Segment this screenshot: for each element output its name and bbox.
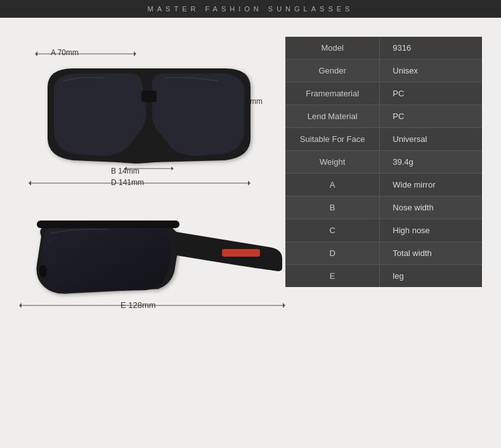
side-view: E 128mm [13,202,273,341]
spec-label: B [285,196,380,219]
specs-row: Model9316 [285,37,482,60]
spec-label: C [285,219,380,242]
site-header: MASTER FASHION SUNGLASSES [0,0,501,18]
dimension-e-area: E 128mm [19,300,285,314]
specs-row: Lend MaterialPC [285,105,482,128]
header-title: MASTER FASHION SUNGLASSES [148,5,354,13]
svg-marker-9 [171,167,174,170]
svg-marker-12 [248,181,251,186]
spec-label: D [285,242,380,265]
diagram-area: A 70mm C57mm [0,18,285,445]
specs-row: CHigh nose [285,219,482,242]
spec-label: Weight [285,151,380,174]
spec-label: Suitable For Face [285,128,380,151]
svg-rect-14 [222,249,260,257]
svg-rect-6 [141,91,157,102]
specs-row: GenderUnisex [285,60,482,82]
specs-row: Weight39.4g [285,151,482,174]
specs-row: FramematerialPC [285,82,482,105]
spec-label: Model [285,37,380,60]
svg-marker-11 [29,181,31,186]
specs-table: Model9316GenderUnisexFramematerialPCLend… [285,37,482,287]
top-view: A 70mm C57mm [13,30,273,195]
spec-label: Lend Material [285,105,380,128]
spec-label: Gender [285,60,380,82]
specs-row: AWide mirror [285,174,482,196]
dimension-e-text: E 128mm [120,300,156,310]
specs-row: Suitable For FaceUniversal [285,128,482,151]
specs-row: BNose width [285,196,482,219]
spec-value: PC [380,105,482,128]
spec-value: Unisex [380,60,482,82]
svg-marker-18 [283,303,285,308]
dimension-d-text: D 141mm [111,178,144,187]
specs-row: DTotal width [285,242,482,265]
spec-label: A [285,174,380,196]
specs-row: Eleg [285,265,482,288]
spec-value: Total width [380,242,482,265]
glasses-top-svg [29,56,270,182]
spec-value: Universal [380,128,482,151]
spec-value: 39.4g [380,151,482,174]
spec-label: E [285,265,380,288]
spec-value: leg [380,265,482,288]
spec-value: Wide mirror [380,174,482,196]
spec-value: Nose width [380,196,482,219]
dimension-b-text: B 14mm [111,167,140,176]
spec-value: 9316 [380,37,482,60]
svg-point-15 [39,265,47,278]
svg-rect-13 [37,221,179,228]
dimension-d-area: D 141mm [29,177,251,191]
spec-value: PC [380,82,482,105]
spec-value: High nose [380,219,482,242]
specs-wrapper: Model9316GenderUnisexFramematerialPCLend… [285,18,501,445]
svg-marker-17 [19,303,22,308]
spec-label: Framematerial [285,82,380,105]
